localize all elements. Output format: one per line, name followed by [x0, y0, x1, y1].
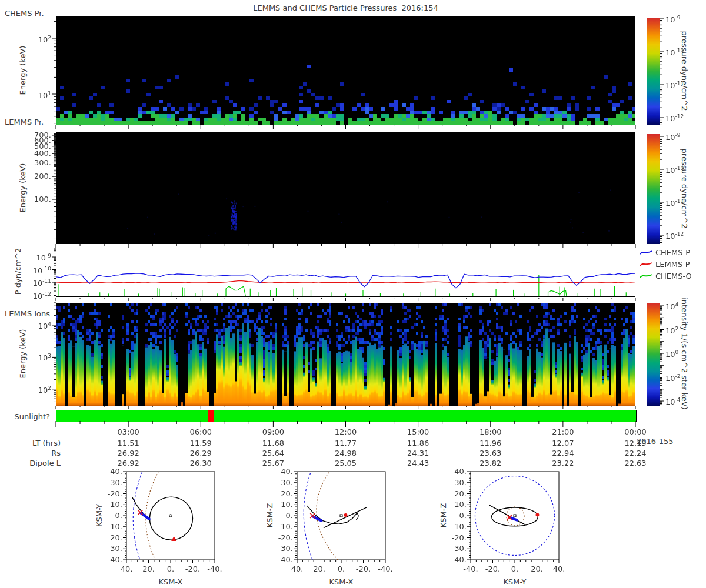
- cb1-tick: 10-11: [665, 79, 684, 90]
- orbit-ytick: -30.: [99, 478, 122, 487]
- legend-line-sample: [639, 260, 653, 268]
- legend-label: CHEMS-O: [655, 272, 692, 280]
- time-tick-label: 03:00: [108, 427, 149, 436]
- orbit-ksmz-vs-ksmy: [467, 472, 559, 563]
- orbit-ytick: 20.: [269, 489, 293, 498]
- legend-label: CHEMS-P: [655, 248, 690, 257]
- cb1-tick: 10-10: [665, 46, 684, 57]
- sunlight-label: Sunlight?: [5, 412, 50, 421]
- orbit-ksmy-vs-ksmx: [123, 472, 215, 563]
- cb2-tick: 10-12: [665, 230, 684, 240]
- ephemeris-value: 23.63: [470, 449, 511, 457]
- ephemeris-value: 24.98: [325, 449, 367, 457]
- orbit-xtick: 40.: [547, 564, 571, 573]
- lemms-spectrogram-canvas: [56, 132, 635, 244]
- colorbar-chems-pressure: [647, 18, 660, 125]
- orbit-ytick: 30.: [443, 478, 467, 487]
- orbit-ytick: -20.: [443, 533, 467, 542]
- orbit-ytick: -20.: [269, 533, 293, 542]
- orbit-ytick: 20.: [99, 533, 122, 542]
- orbit-ytick: -40.: [443, 555, 467, 564]
- cb1-tick: 10-9: [665, 14, 681, 24]
- orbit-ytick: -40.: [99, 467, 122, 476]
- orbit-ytick: 20.: [443, 489, 467, 498]
- legend-item-lemms-p: LEMMS-P: [639, 259, 690, 269]
- legend-line-sample: [639, 272, 653, 280]
- sunlight-on-segment: [56, 410, 636, 422]
- ions-spectrogram-canvas: [56, 303, 635, 406]
- cb2-unit-label: pressure dyne/cm^2: [680, 133, 689, 245]
- panel-title-lemms-pr: LEMMS Pr.: [5, 118, 44, 126]
- orbit-xtick: 40.: [115, 564, 138, 573]
- ephemeris-value: 23.82: [470, 459, 511, 467]
- cb2-tick: 10-10: [665, 164, 684, 175]
- sunlight-off-segment: [208, 410, 215, 422]
- orbit-ytick: -30.: [269, 544, 293, 553]
- row-label-rs: Rs: [5, 449, 61, 457]
- particle-pressure-line-plot: [56, 246, 635, 297]
- p1-ytick: 102: [15, 34, 51, 44]
- legend-line-sample: [639, 248, 653, 256]
- row-label-lt: LT (hrs): [5, 439, 61, 447]
- orbit-xtick: 0.: [159, 564, 182, 573]
- orbit-ksmz-vs-ksmx: [294, 472, 385, 563]
- orbit-xtick: -20.: [481, 564, 505, 573]
- p1-ytick: 101: [15, 89, 51, 100]
- cb4-tick: 10-4: [665, 396, 681, 406]
- ephemeris-value: 26.92: [108, 459, 149, 467]
- time-tick-label: 09:00: [252, 427, 294, 436]
- ephemeris-value: 25.67: [252, 459, 294, 467]
- orbit-xtick: -40.: [374, 564, 397, 573]
- colorbar-lemms-pressure: [647, 134, 660, 244]
- orbit-xtick: 40.: [285, 564, 309, 573]
- orbit3-x-axis-label: KSM-Y: [491, 577, 538, 586]
- orbit-ytick: 40.: [269, 467, 293, 476]
- p3-ytick: 10-12: [15, 290, 51, 300]
- ephemeris-value: 22.24: [615, 449, 656, 457]
- ephemeris-value: 11.96: [470, 439, 511, 447]
- orbit-ytick: 10.: [99, 522, 122, 531]
- time-tick-label: 15:00: [398, 427, 439, 436]
- cb1-unit-label: pressure dyne/cm^2: [680, 15, 689, 127]
- ephemeris-value: 24.43: [398, 459, 439, 467]
- p4-ytick: 103: [15, 352, 51, 362]
- ephemeris-value: 11.51: [108, 439, 149, 447]
- orbit-ytick: -30.: [443, 544, 467, 553]
- orbit-ytick: 0.: [443, 511, 467, 520]
- page-title: LEMMS and CHEMS Particle Pressures 2016:…: [56, 4, 635, 12]
- time-tick-label: 21:00: [542, 427, 584, 436]
- orbit-xtick: -40.: [459, 564, 482, 573]
- cb1-tick: 10-12: [665, 112, 684, 123]
- orbit-xtick: 0.: [503, 564, 527, 573]
- panel-title-chems-pr: CHEMS Pr.: [5, 9, 44, 18]
- orbit-xtick: 20.: [308, 564, 331, 573]
- cb4-tick: 102: [665, 325, 678, 335]
- p4-ytick: 102: [15, 384, 51, 395]
- chems-pressure-spectrogram: [56, 16, 635, 125]
- orbit-ytick: -10.: [99, 500, 122, 509]
- ephemeris-value: 25.64: [252, 449, 294, 457]
- orbit-xtick: -20.: [352, 564, 375, 573]
- orbit-ytick: 10.: [269, 500, 293, 509]
- ephemeris-value: 26.92: [108, 449, 149, 457]
- ephemeris-value: 23.22: [542, 459, 584, 467]
- orbit-xtick: 20.: [525, 564, 549, 573]
- orbit-ytick: 40.: [99, 555, 122, 564]
- ephemeris-value: 11.77: [325, 439, 367, 447]
- cb4-tick: 10-2: [665, 372, 681, 383]
- pressure-lines-canvas: [56, 246, 635, 296]
- orbit-ytick: 10.: [443, 500, 467, 509]
- p2-ytick: 200.: [15, 172, 51, 181]
- cb4-tick: 104: [665, 300, 678, 311]
- p3-ytick: 10-11: [15, 277, 51, 288]
- p2-ytick: 300.: [15, 158, 51, 167]
- orbit-ytick: 0.: [99, 511, 122, 520]
- cb4-tick: 100: [665, 348, 678, 359]
- figure-root: LEMMS and CHEMS Particle Pressures 2016:…: [0, 0, 706, 588]
- orbit-ytick: 30.: [99, 544, 122, 553]
- ephemeris-value: 26.29: [180, 449, 221, 457]
- ephemeris-value: 11.68: [252, 439, 294, 447]
- time-tick-label: 18:00: [470, 427, 511, 436]
- ephemeris-value: 12.19: [615, 439, 656, 447]
- orbit-ytick: 30.: [269, 478, 293, 487]
